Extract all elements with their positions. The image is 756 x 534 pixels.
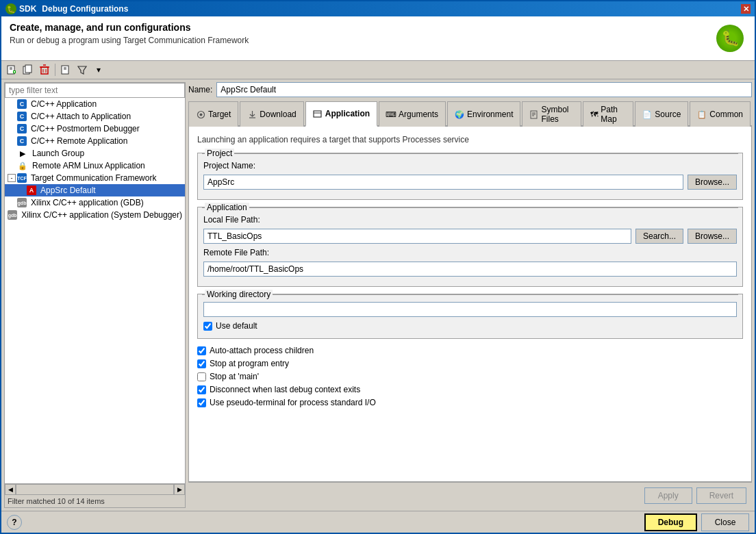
tree-item-xilinx-gdb[interactable]: gdb Xilinx C/C++ application (GDB)	[5, 196, 185, 209]
remote-file-path-input[interactable]	[203, 262, 737, 277]
tree-item-launch-group[interactable]: ▶ Launch Group	[5, 147, 185, 160]
filter-dropdown-button[interactable]	[75, 62, 90, 77]
tab-environment-label: Environment	[467, 110, 513, 119]
arguments-tab-icon: ⌨	[386, 110, 396, 119]
scroll-left-button[interactable]: ◀	[5, 484, 16, 495]
tree-item-c-attach[interactable]: C C/C++ Attach to Application	[5, 110, 185, 123]
tree-label-xilinx-gdb: Xilinx C/C++ application (GDB)	[31, 198, 144, 207]
tabs-container: Target Download Application	[188, 101, 752, 482]
delete-button[interactable]	[37, 62, 52, 77]
use-default-label: Use default	[216, 321, 257, 331]
dropdown-arrow-button[interactable]: ▾	[91, 62, 106, 77]
launch-group-icon: ▶	[17, 148, 28, 159]
svg-rect-8	[41, 67, 48, 74]
duplicate-button[interactable]	[21, 62, 36, 77]
pseudo-term-label: Use pseudo-terminal for process standard…	[210, 398, 376, 407]
arm-icon: 🔒	[17, 160, 28, 171]
right-panel: Name: Target Downlo	[188, 82, 752, 508]
tab-symbol-files[interactable]: Symbol Files	[522, 101, 581, 127]
stop-main-checkbox[interactable]	[197, 372, 206, 381]
name-label: Name:	[188, 85, 212, 94]
stop-entry-checkbox[interactable]	[197, 359, 206, 368]
scroll-track[interactable]	[16, 484, 174, 495]
tree-item-appsrc-default[interactable]: A AppSrc Default	[5, 184, 185, 196]
remote-file-path-label: Remote File Path:	[203, 248, 269, 257]
checkbox-disconnect: Disconnect when last debug context exits	[197, 385, 743, 394]
tab-environment[interactable]: 🌍 Environment	[447, 101, 520, 127]
tab-content-application: Launching an application requires a targ…	[188, 127, 752, 482]
local-file-path-label: Local File Path:	[203, 215, 260, 225]
common-tab-icon: 📋	[697, 110, 707, 119]
help-button[interactable]: ?	[7, 515, 22, 530]
header-title: Create, manage, and run configurations	[10, 22, 249, 33]
name-input[interactable]	[216, 82, 752, 97]
tree-item-remote-arm[interactable]: 🔒 Remote ARM Linux Application	[5, 160, 185, 172]
pseudo-term-checkbox[interactable]	[197, 398, 206, 407]
application-tab-icon	[313, 109, 323, 118]
tcf-expand-button[interactable]: -	[8, 174, 16, 182]
target-tab-icon	[196, 110, 205, 119]
revert-button[interactable]: Revert	[696, 487, 746, 504]
tree-item-c-remote[interactable]: C C/C++ Remote Application	[5, 135, 185, 147]
tab-application[interactable]: Application	[305, 101, 377, 127]
tab-source[interactable]: 📄 Source	[635, 101, 688, 127]
tree-label-c-app: C/C++ Application	[31, 99, 97, 109]
working-directory-label: Working directory	[205, 290, 273, 299]
local-browse-button[interactable]: Browse...	[688, 229, 737, 244]
disconnect-checkbox[interactable]	[197, 385, 206, 394]
project-group: Project Project Name: Browse...	[197, 153, 743, 200]
debug-configurations-window: 🐛 SDK Debug Configurations ✕ Create, man…	[0, 0, 756, 534]
bug-icon: 🐛	[716, 25, 744, 52]
scroll-right-button[interactable]: ▶	[174, 484, 185, 495]
appsrc-icon: A	[27, 186, 36, 195]
apply-button[interactable]: Apply	[644, 487, 692, 504]
filter-input[interactable]	[5, 83, 185, 98]
project-browse-button[interactable]: Browse...	[688, 175, 737, 190]
tree-label-remote-arm: Remote ARM Linux Application	[32, 161, 145, 170]
project-name-input[interactable]	[203, 175, 683, 190]
tree-item-c-app[interactable]: C C/C++ Application	[5, 98, 185, 110]
tree-item-c-postmortem[interactable]: C C/C++ Postmortem Debugger	[5, 123, 185, 135]
auto-attach-checkbox[interactable]	[197, 346, 206, 355]
close-button[interactable]: Close	[701, 513, 749, 531]
debug-button[interactable]: Debug	[644, 513, 697, 531]
info-text: Launching an application requires a targ…	[197, 135, 743, 144]
application-group-label: Application	[205, 203, 249, 212]
tab-path-map-label: Path Map	[601, 105, 626, 124]
footer-bar: ? Debug Close	[1, 511, 755, 533]
tcf-icon: TCF	[17, 173, 27, 183]
tab-common[interactable]: 📋 Common	[690, 101, 751, 127]
tab-download[interactable]: Download	[240, 101, 303, 127]
c-postmortem-icon: C	[17, 124, 27, 134]
c-app-icon: C	[17, 99, 27, 109]
project-name-label: Project Name:	[203, 161, 255, 170]
c-attach-icon: C	[17, 112, 27, 121]
working-directory-input[interactable]	[203, 302, 737, 317]
tab-arguments[interactable]: ⌨ Arguments	[379, 101, 446, 127]
window-title-debug: Debug Configurations	[42, 4, 128, 14]
tab-target[interactable]: Target	[188, 101, 238, 127]
tab-path-map[interactable]: 🗺 Path Map	[583, 101, 633, 127]
xilinx-sys-icon: gdb	[8, 210, 17, 220]
local-search-button[interactable]: Search...	[635, 229, 683, 244]
left-panel: C C/C++ Application C C/C++ Attach to Ap…	[4, 82, 186, 508]
disconnect-label: Disconnect when last debug context exits	[210, 385, 360, 394]
tree-item-xilinx-sys[interactable]: gdb Xilinx C/C++ application (System Deb…	[5, 209, 185, 221]
svg-marker-16	[78, 66, 86, 74]
tab-application-label: Application	[325, 109, 370, 118]
new-config-button[interactable]	[4, 62, 19, 77]
header-icon-area: 🐛	[714, 22, 746, 55]
tab-symbol-files-label: Symbol Files	[541, 105, 574, 124]
window-close-button[interactable]: ✕	[741, 4, 751, 14]
path-map-tab-icon: 🗺	[590, 110, 598, 119]
tree-item-tcf[interactable]: - TCF Target Communication Framework	[5, 172, 185, 184]
main-area: C C/C++ Application C C/C++ Attach to Ap…	[1, 79, 755, 511]
source-tab-icon: 📄	[642, 110, 652, 119]
checkbox-stop-main: Stop at 'main'	[197, 372, 743, 381]
header-area: Create, manage, and run configurations R…	[1, 16, 755, 60]
export-button[interactable]	[58, 62, 73, 77]
local-file-path-input[interactable]	[203, 229, 631, 244]
use-default-checkbox[interactable]	[203, 322, 212, 331]
tree-label-appsrc-default: AppSrc Default	[40, 186, 96, 195]
name-row: Name:	[188, 82, 752, 97]
